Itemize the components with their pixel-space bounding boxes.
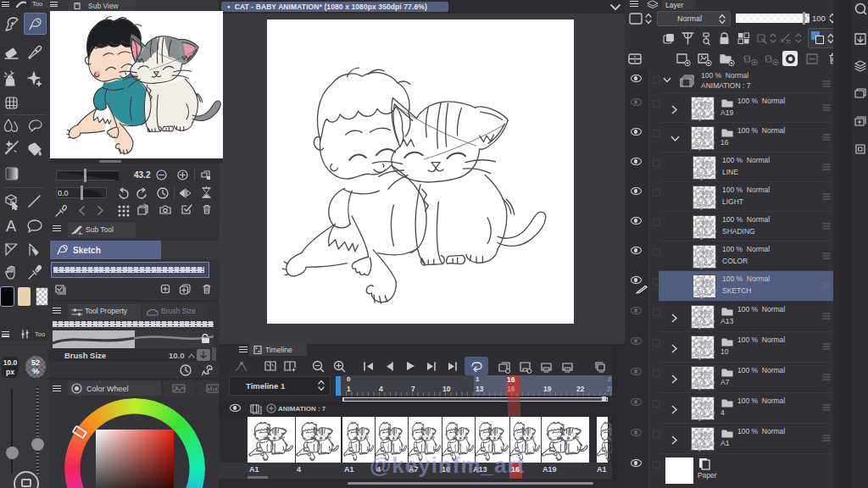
svg-text:A: A (6, 218, 16, 235)
